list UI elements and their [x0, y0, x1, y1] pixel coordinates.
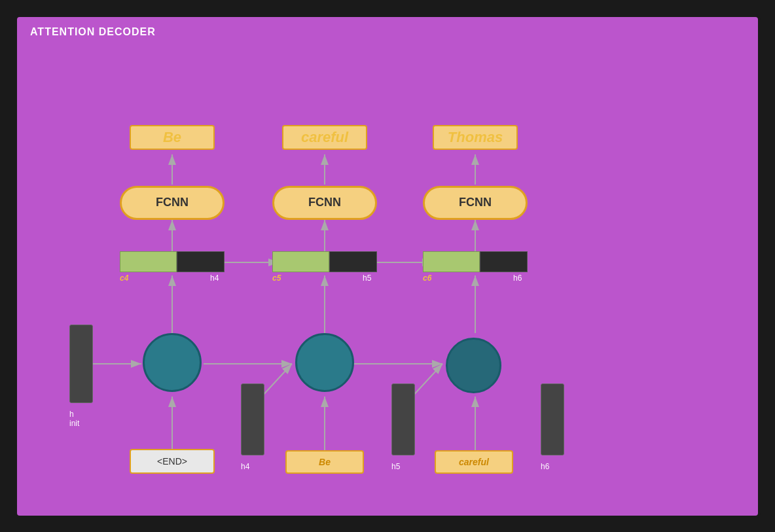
diagram-title: ATTENTION DECODER [30, 26, 156, 38]
careful-input-token: careful [435, 450, 513, 474]
state-bar-3 [423, 251, 528, 272]
h5-state-label: h5 [363, 274, 371, 283]
decoder-circle-3 [446, 338, 501, 393]
c6-label: c6 [423, 274, 431, 283]
state-dark-2 [329, 251, 377, 272]
fcnn-node-1: FCNN [120, 186, 225, 220]
state-dark-3 [480, 251, 528, 272]
decoder-circle-1 [143, 333, 202, 392]
c5-label: c5 [272, 274, 281, 283]
output-label-thomas: Thomas [448, 129, 503, 146]
h4-input-bar [241, 383, 264, 455]
output-label-be: Be [163, 129, 181, 146]
h6-state-label: h6 [513, 274, 522, 283]
fcnn-node-3: FCNN [423, 186, 528, 220]
state-bar-2 [272, 251, 377, 272]
be-input-label: Be [319, 457, 331, 467]
h4-state-label: h4 [210, 274, 219, 283]
be-input-token: Be [285, 450, 364, 474]
h5-bar-label: h5 [391, 462, 400, 471]
fcnn-label-1: FCNN [156, 196, 189, 209]
fcnn-node-2: FCNN [272, 186, 377, 220]
careful-input-label: careful [459, 457, 489, 467]
end-token-label: <END> [157, 456, 187, 467]
state-green-2 [272, 251, 329, 272]
h-init-label: h init [69, 410, 79, 428]
c4-label: c4 [120, 274, 128, 283]
output-word-thomas: Thomas [433, 125, 518, 150]
output-word-careful: careful [282, 125, 367, 150]
h6-bar-label: h6 [541, 462, 549, 471]
output-word-be: Be [130, 125, 215, 150]
fcnn-label-3: FCNN [459, 196, 492, 209]
h6-input-bar [541, 383, 564, 455]
output-label-careful: careful [301, 129, 348, 146]
h-init-bar [69, 325, 93, 403]
state-dark-1 [177, 251, 225, 272]
h5-input-bar [391, 383, 415, 455]
state-green-1 [120, 251, 177, 272]
state-bar-1 [120, 251, 225, 272]
decoder-circle-2 [295, 333, 354, 392]
main-diagram: ATTENTION DECODER [14, 14, 761, 518]
h4-bar-label: h4 [241, 462, 249, 471]
state-green-3 [423, 251, 480, 272]
end-token: <END> [130, 449, 215, 474]
fcnn-label-2: FCNN [308, 196, 341, 209]
